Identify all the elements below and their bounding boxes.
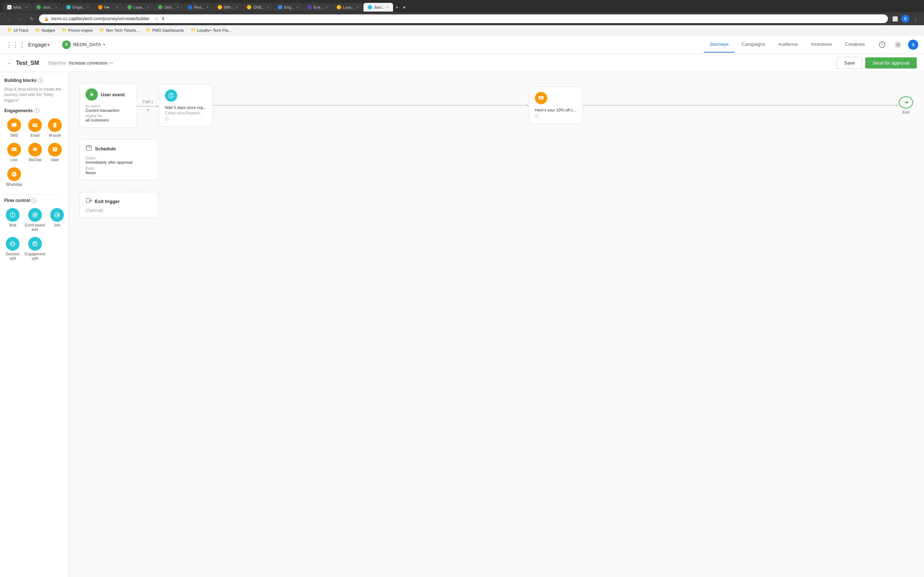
bookmark-promo[interactable]: 📁 Promo engine <box>59 27 96 34</box>
block-sms[interactable]: SMS <box>4 117 24 139</box>
tab-gmail[interactable]: G Isha × <box>3 3 32 11</box>
edit-objective-icon[interactable]: ✏ <box>110 61 113 66</box>
block-engagement-split[interactable]: Engagement split <box>23 235 47 262</box>
exit-trigger-card[interactable]: Exit trigger (Optional) <box>79 192 159 218</box>
block-whatsapp[interactable]: WhatsApp <box>4 166 24 188</box>
svg-point-12 <box>55 151 55 152</box>
journey-header: ← Test_SM Objective Increase conversion … <box>0 54 924 72</box>
new-tab-button[interactable]: + <box>393 2 401 12</box>
block-line[interactable]: Line <box>4 141 24 164</box>
tab-5[interactable]: Loya... × <box>123 3 154 11</box>
bookmark-ui-track[interactable]: 📁 UI Track <box>4 27 31 34</box>
block-join[interactable]: Join <box>49 206 65 233</box>
back-button[interactable]: ← <box>4 15 13 23</box>
line-3 <box>583 105 897 106</box>
block-mpush[interactable]: M-push <box>46 117 64 139</box>
settings-icon[interactable] <box>892 39 904 50</box>
tab-7[interactable]: Rea... × <box>184 3 213 11</box>
building-blocks-desc: Drag & drop blocks to create the journey… <box>4 87 64 103</box>
bookmark-non-tech[interactable]: 📁 Non Tech Tickets... <box>96 27 142 34</box>
tab-6[interactable]: Den... × <box>154 3 183 11</box>
for-event-label: for event: <box>86 104 131 108</box>
end-node[interactable]: End <box>899 96 913 114</box>
tab-close-4[interactable]: × <box>116 5 118 10</box>
toolbar-right-icons: ⬜ S ⋮ <box>891 15 920 23</box>
tab-close-9[interactable]: × <box>267 5 269 10</box>
extensions-icon[interactable]: ⬜ <box>891 15 900 23</box>
block-decision-split[interactable]: Decision split <box>4 235 21 262</box>
tab-4[interactable]: N● × <box>94 3 123 11</box>
share-icon[interactable]: ⬆ <box>162 16 165 21</box>
tab-3[interactable]: Enga... × <box>62 3 94 11</box>
nav-incentives[interactable]: Incentives <box>805 36 838 53</box>
connector-arrow <box>137 105 159 108</box>
sms-icon <box>7 118 21 132</box>
tab-favicon-8 <box>218 5 222 10</box>
user-event-title: User event <box>101 92 124 97</box>
message-info-icon: ⓘ <box>535 114 538 119</box>
tab-close-3[interactable]: × <box>87 5 89 10</box>
url-bar-icons: ☆ ⬆ <box>155 16 165 21</box>
nav-audience[interactable]: Audience <box>772 36 803 53</box>
block-event-wait[interactable]: Event based wait <box>23 206 47 233</box>
tab-10[interactable]: Eng... × <box>274 3 303 11</box>
user-event-node[interactable]: User event for event: Current transactio… <box>79 83 137 128</box>
top-nav: ⋮⋮⋮ Engage+ R REON_DATA ▾ Journeys Campa… <box>0 35 924 54</box>
mpush-icon <box>48 118 62 132</box>
tab-close-2[interactable]: × <box>55 5 57 10</box>
bookmark-loyalty[interactable]: 📁 Loyalty+ Tech Pla... <box>188 27 234 34</box>
tab-close-6[interactable]: × <box>177 5 179 10</box>
engagements-info-icon[interactable]: i <box>34 108 39 113</box>
forward-button[interactable]: → <box>16 15 24 23</box>
nav-journeys[interactable]: Journeys <box>704 36 735 53</box>
tab-close[interactable]: × <box>25 5 27 10</box>
block-wait[interactable]: Wait <box>4 206 21 233</box>
tab-close-10[interactable]: × <box>296 5 299 10</box>
nav-campaigns[interactable]: Campaigns <box>736 36 771 53</box>
more-options-icon[interactable]: ⋮ <box>911 15 920 23</box>
wait-info-icon: ⓘ <box>165 116 168 121</box>
journey-title: Test_SM <box>16 60 39 66</box>
tab-close-7[interactable]: × <box>207 5 208 10</box>
nav-creatives[interactable]: Creatives <box>839 36 871 53</box>
starts-value: Immediately after approval <box>86 160 153 164</box>
tab-label-4: N● <box>104 5 110 10</box>
block-wechat[interactable]: WeChat <box>26 141 44 164</box>
save-button[interactable]: Save <box>837 57 863 69</box>
sms-label: SMS <box>10 134 18 138</box>
tab-close-8[interactable]: × <box>236 5 238 10</box>
email-icon <box>28 118 42 132</box>
tab-close-12[interactable]: × <box>357 5 359 10</box>
block-email[interactable]: Email <box>26 117 44 139</box>
schedule-starts: Starts: Immediately after approval <box>86 156 153 164</box>
app-grid-icon[interactable]: ⋮⋮⋮ <box>6 41 25 49</box>
building-blocks-info-icon[interactable]: i <box>38 78 43 83</box>
bookmark-pmo[interactable]: 📁 PMO Dashboards <box>143 27 187 34</box>
tab-8[interactable]: [Wh... × <box>213 3 242 11</box>
send-approval-button[interactable]: Send for approval <box>865 57 917 69</box>
block-viber[interactable]: Viber <box>46 141 64 164</box>
tab-9[interactable]: ONE... × <box>242 3 273 11</box>
tab-2[interactable]: Jour... × <box>32 3 62 11</box>
bookmark-nudges[interactable]: 📁 Nudges <box>32 27 58 34</box>
user-avatar[interactable]: S <box>908 40 918 50</box>
tab-close-13[interactable]: × <box>386 5 389 10</box>
back-arrow-button[interactable]: ← <box>7 60 12 66</box>
wait-node[interactable]: Wait 5 days since reg... 5 days since Re… <box>159 84 213 127</box>
schedule-card[interactable]: Schedule Starts: Immediately after appro… <box>79 139 159 180</box>
help-icon[interactable]: ? <box>876 39 888 50</box>
tab-overflow-button[interactable]: ▾ <box>401 3 408 12</box>
org-selector[interactable]: R REON_DATA ▾ <box>58 39 109 50</box>
tab-11[interactable]: Eve... × <box>303 3 332 11</box>
reload-button[interactable]: ↻ <box>27 15 36 23</box>
tab-close-5[interactable]: × <box>147 5 149 10</box>
tab-close-11[interactable]: × <box>326 5 328 10</box>
tab-13-active[interactable]: Jour... × <box>363 3 393 11</box>
flow-control-info-icon[interactable]: i <box>31 198 36 203</box>
tab-12[interactable]: Loya... × <box>333 3 363 11</box>
bookmark-star-icon[interactable]: ☆ <box>155 16 158 21</box>
message-node[interactable]: Here's your 10% off c... ⓘ <box>529 87 583 124</box>
svg-point-8 <box>33 148 37 151</box>
profile-icon[interactable]: S <box>901 15 909 23</box>
url-bar[interactable]: 🔒 incrm.cc.capillarytech.com/journey/ui/… <box>39 15 888 23</box>
